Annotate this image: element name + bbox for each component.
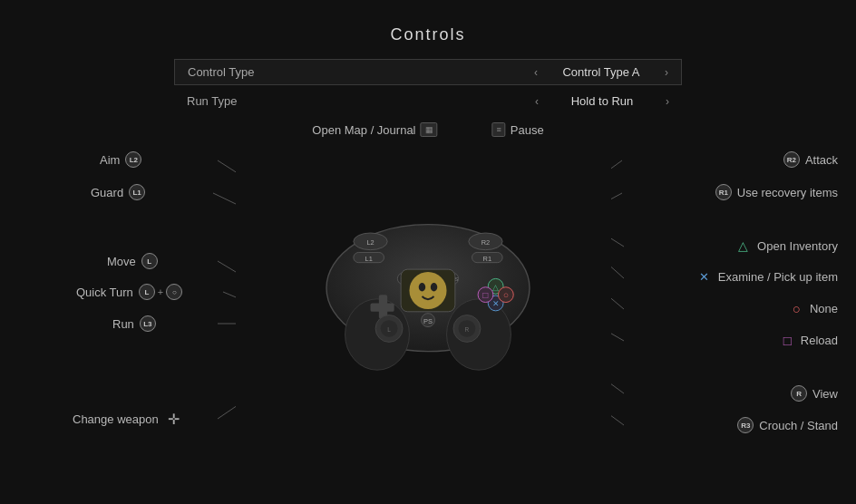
svg-text:L2: L2 [366, 238, 374, 247]
left-labels: Aim L2 Guard L1 Move L Quick Turn L + ○ … [27, 122, 236, 485]
cross-icon: ✕ [699, 270, 709, 284]
r2-badge: R2 [783, 151, 800, 168]
map-icon-badge: ▦ [421, 122, 438, 137]
view-label: R View [791, 385, 838, 402]
svg-line-46 [611, 263, 624, 278]
none-label: ○ None [793, 301, 838, 316]
run-type-row[interactable]: Run Type ‹ Hold to Run › [174, 89, 682, 113]
run-type-value: Hold to Run [548, 94, 657, 108]
svg-line-44 [611, 193, 622, 204]
open-inventory-label: △ Open Inventory [738, 238, 838, 253]
aim-label: Aim L2 [100, 151, 141, 168]
page-title: Controls [0, 0, 856, 44]
r1-badge: R1 [715, 184, 732, 200]
r-badge: R [791, 385, 807, 402]
controls-header: Control Type ‹ Control Type A › Run Type… [0, 59, 856, 113]
svg-point-22 [409, 272, 446, 309]
circle-badge-qt: ○ [166, 284, 182, 300]
r3-badge: R3 [737, 417, 754, 433]
control-type-arrow-right[interactable]: › [665, 66, 668, 79]
quick-turn-badges: L + ○ [139, 284, 182, 300]
controller-image: L2 R2 L1 R1 SHARE OPTIONS PS [301, 195, 555, 376]
open-map-label: Open Map / Journal ▦ [312, 122, 437, 137]
dpad-icon: ✛ [168, 411, 180, 428]
attack-label: R2 Attack [783, 151, 838, 168]
svg-text:□: □ [482, 290, 488, 300]
svg-line-49 [611, 381, 624, 393]
svg-text:△: △ [492, 283, 499, 292]
svg-point-23 [419, 283, 425, 291]
reload-label: □ Reload [783, 333, 838, 348]
svg-line-5 [218, 403, 236, 419]
run-type-label: Run Type [187, 94, 277, 108]
svg-rect-28 [371, 303, 394, 311]
right-labels: R2 Attack R1 Use recovery items △ Open I… [611, 122, 847, 485]
l1-badge: L1 [129, 184, 145, 200]
run-type-arrow-right[interactable]: › [666, 95, 669, 108]
svg-text:L1: L1 [365, 255, 373, 263]
main-area: Aim L2 Guard L1 Move L Quick Turn L + ○ … [0, 122, 856, 485]
guard-label: Guard L1 [91, 184, 145, 200]
svg-line-47 [611, 295, 624, 309]
svg-text:R1: R1 [483, 255, 492, 263]
pause-label: ≡ Pause [492, 122, 544, 137]
control-type-label: Control Type [188, 65, 278, 79]
controller-svg: L2 R2 L1 R1 SHARE OPTIONS PS [301, 195, 555, 373]
svg-line-48 [611, 331, 624, 341]
crouch-stand-label: R3 Crouch / Stand [737, 417, 838, 433]
examine-label: ✕ Examine / Pick up item [699, 270, 838, 284]
svg-text:R: R [465, 326, 470, 333]
options-badge: ≡ [492, 122, 506, 137]
control-type-row[interactable]: Control Type ‹ Control Type A › [174, 59, 682, 85]
svg-text:R2: R2 [482, 238, 491, 247]
l2-badge: L2 [125, 151, 141, 168]
use-recovery-label: R1 Use recovery items [715, 184, 838, 200]
svg-line-2 [218, 261, 236, 275]
circle-icon: ○ [793, 301, 801, 316]
l-badge: L [141, 253, 158, 269]
svg-line-45 [611, 236, 624, 247]
svg-text:○: ○ [503, 290, 509, 300]
run-type-arrow-left[interactable]: ‹ [535, 95, 539, 108]
svg-text:PS: PS [423, 317, 433, 325]
l3-badge: L3 [140, 315, 156, 332]
change-weapon-label: Change weapon ✛ [73, 411, 180, 428]
left-connector-lines [27, 122, 236, 485]
l-badge-qt: L [139, 284, 155, 300]
triangle-icon: △ [738, 238, 748, 253]
run-label: Run L3 [112, 315, 156, 332]
quick-turn-label: Quick Turn L + ○ [76, 284, 182, 300]
top-center-labels: Open Map / Journal ▦ ≡ Pause [312, 122, 543, 137]
svg-line-3 [223, 292, 236, 299]
square-icon: □ [783, 333, 792, 348]
svg-line-1 [213, 193, 236, 204]
svg-text:L: L [387, 326, 391, 333]
control-type-arrow-left[interactable]: ‹ [534, 66, 538, 79]
move-label: Move L [107, 253, 158, 269]
svg-point-24 [431, 283, 437, 291]
control-type-value: Control Type A [547, 65, 656, 79]
svg-line-0 [218, 160, 236, 175]
svg-line-43 [611, 160, 622, 175]
svg-line-50 [611, 412, 624, 425]
svg-text:✕: ✕ [492, 299, 500, 308]
